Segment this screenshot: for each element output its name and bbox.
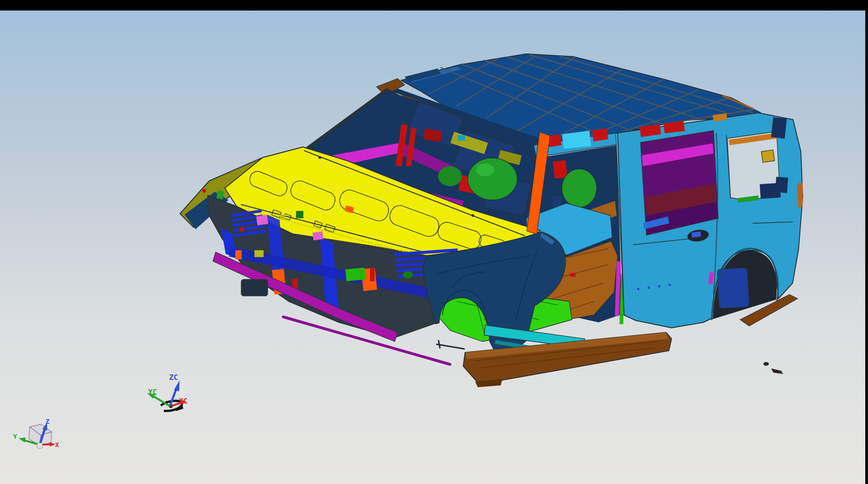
red-panel[interactable] <box>553 160 567 179</box>
quarter-bracket-yellow[interactable] <box>761 150 774 162</box>
debris-bar[interactable] <box>771 368 783 374</box>
xc-axis-label: XC <box>179 397 187 405</box>
debris-red-dot <box>778 371 780 372</box>
z-axis-label: Z <box>46 418 49 425</box>
seat-highlight <box>476 163 494 176</box>
floor-red-bit <box>570 273 576 277</box>
d-pillar-navy-patch <box>775 177 788 193</box>
graphics-viewport[interactable]: ZC YC XC Z Y X <box>0 11 865 484</box>
y-axis-arrowhead <box>19 437 26 442</box>
tow-block[interactable] <box>241 279 268 296</box>
x-axis-label: X <box>55 441 59 448</box>
front-rod[interactable] <box>437 341 464 349</box>
window-chrome-right <box>865 0 868 484</box>
loose-part-debris[interactable] <box>763 362 783 374</box>
seat-dome[interactable] <box>468 158 517 200</box>
pink-bit <box>312 231 323 241</box>
wheelhouse-royal-panel[interactable] <box>717 268 749 308</box>
seat-back[interactable] <box>438 166 462 186</box>
cad-application-window: ZC YC XC Z Y X <box>0 0 868 484</box>
debris-dot[interactable] <box>763 362 769 366</box>
rear-door-window[interactable] <box>640 131 718 235</box>
rear-edge-orange-sliver <box>797 183 803 208</box>
brace-orange <box>235 250 242 259</box>
yc-axis-label: YC <box>148 388 157 396</box>
car-model-scene[interactable]: ZC YC XC Z Y X <box>0 0 868 484</box>
zc-axis-label: ZC <box>169 373 178 382</box>
debris-red-dot <box>774 369 776 371</box>
radiator-green-dark <box>296 211 303 218</box>
hood-bolt <box>471 214 474 217</box>
zc-axis-arrowhead <box>174 380 180 391</box>
d-pillar-navy-patch <box>771 117 787 139</box>
pink-bit <box>256 215 269 225</box>
teal-bit <box>458 135 465 141</box>
x-axis-arrowhead <box>49 442 55 447</box>
radiator-green[interactable] <box>345 268 365 281</box>
body-side-assembly[interactable] <box>618 113 803 328</box>
rail-red-strip[interactable] <box>592 128 608 142</box>
yellow-bit <box>280 215 285 219</box>
quarter-window[interactable] <box>727 132 781 203</box>
red-bit <box>240 227 244 231</box>
red-bit <box>370 268 375 281</box>
wcs-triad[interactable]: ZC YC XC <box>147 373 188 413</box>
yellow-bit <box>254 250 264 257</box>
datum-csys[interactable]: Z Y X <box>13 418 59 449</box>
seat-dome[interactable] <box>562 169 597 207</box>
hood-bolt <box>318 156 321 159</box>
origin-sphere[interactable] <box>37 443 43 449</box>
strip-red-dot <box>202 189 206 193</box>
green-grommet <box>403 271 413 279</box>
y-axis-label: Y <box>13 433 17 440</box>
